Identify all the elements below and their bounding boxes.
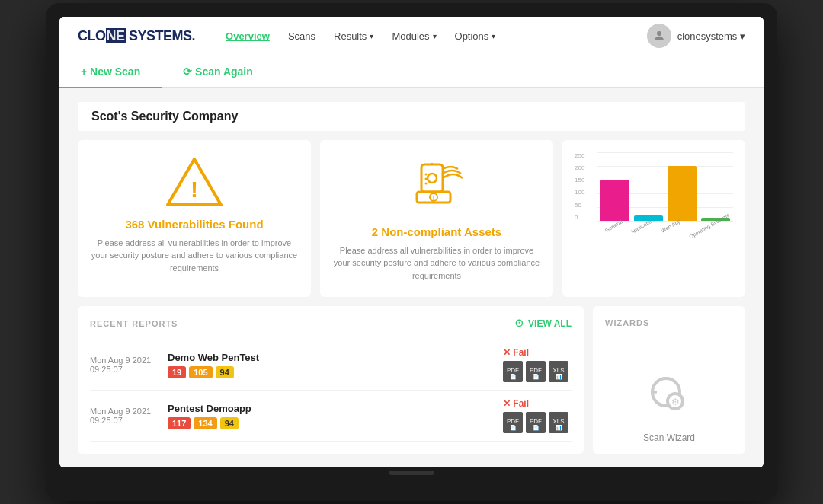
svg-text:⚙: ⚙ [671, 397, 680, 407]
assets-card: ! 2 Non-compliant Assets Please address … [320, 140, 553, 298]
chart-bars [597, 152, 733, 221]
nav-results[interactable]: Results ▾ [334, 30, 373, 42]
y-label-0: 0 [575, 214, 584, 221]
vuln-count: 368 Vulnerabilities Found [125, 218, 263, 231]
nav-options[interactable]: Options ▾ [455, 30, 496, 42]
svg-text:!: ! [433, 196, 434, 201]
svg-point-0 [657, 31, 661, 36]
report-1-date-text: Mon Aug 9 2021 [90, 356, 159, 365]
warning-triangle-icon: ! [164, 155, 225, 209]
nav-modules[interactable]: Modules ▾ [392, 30, 436, 42]
nav-scans[interactable]: Scans [288, 30, 315, 42]
summary-cards: ! 368 Vulnerabilities Found Please addre… [78, 140, 745, 298]
chart-card: 0 50 100 150 200 250 [562, 140, 745, 298]
nav-links: Overview Scans Results ▾ Modules ▾ Optio… [226, 30, 647, 42]
report-2-date: Mon Aug 9 2021 09:25:07 [90, 407, 159, 425]
toolbar: + New Scan ⟳ Scan Again [59, 56, 764, 88]
score-1-orange: 105 [189, 366, 212, 378]
svg-point-12 [516, 321, 522, 327]
scan-again-button[interactable]: ⟳ Scan Again [162, 56, 274, 88]
bar-general [600, 180, 629, 221]
company-name: Scot's Security Company [78, 102, 745, 131]
score-1-yellow: 94 [216, 366, 234, 378]
report-2-name: Pentest Demoapp 117 134 94 [168, 403, 494, 429]
y-label-250: 250 [575, 152, 584, 159]
scan-wizard-label: Scan Wizard [643, 432, 695, 443]
report-row-2: Mon Aug 9 2021 09:25:07 Pentest Demoapp … [90, 391, 572, 442]
report-1-xls-icon[interactable]: XLS 📊 [549, 361, 568, 382]
navigation: CLONE SYSTEMS. Overview Scans Results ▾ … [59, 17, 764, 56]
username: clonesystems ▾ [677, 30, 745, 42]
report-2-time: 09:25:07 [90, 416, 159, 425]
y-label-50: 50 [575, 202, 584, 209]
user-menu[interactable]: clonesystems ▾ [647, 24, 745, 48]
svg-rect-3 [421, 164, 443, 192]
score-2-yellow: 94 [220, 417, 239, 429]
wizards-panel: WIZARDS ⚙ Scan Wizard [593, 306, 745, 454]
report-1-scores: 19 105 94 [168, 366, 494, 378]
report-2-xls-icon[interactable]: XLS 📊 [549, 412, 568, 433]
report-2-icons: PDF 📄 PDF 📄 XLS 📊 [503, 412, 568, 433]
svg-point-4 [428, 174, 437, 183]
report-2-pdf-icon[interactable]: PDF 📄 [503, 412, 523, 433]
view-all-link[interactable]: VIEW ALL [514, 318, 572, 329]
report-1-pdf-icon[interactable]: PDF 📄 [503, 361, 523, 382]
bottom-section: RECENT REPORTS VIEW ALL Mon Aug 9 2021 0… [78, 306, 745, 454]
report-2-date-text: Mon Aug 9 2021 [90, 407, 159, 416]
wizards-header: WIZARDS [605, 318, 733, 327]
svg-point-9 [425, 173, 428, 175]
view-all-label: VIEW ALL [528, 318, 572, 329]
wizard-content: ⚙ Scan Wizard [605, 338, 733, 461]
svg-point-19 [653, 391, 656, 394]
report-2-status: ✕ Fail PDF 📄 PDF 📄 [503, 398, 572, 433]
score-1-red: 19 [168, 366, 186, 378]
bar-general-fill [600, 180, 629, 221]
bar-webapp-fill [668, 166, 697, 221]
new-scan-button[interactable]: + New Scan [59, 56, 162, 88]
report-2-fail: ✕ Fail [503, 398, 529, 409]
y-label-200: 200 [575, 164, 584, 171]
report-1-time: 09:25:07 [90, 365, 159, 374]
assets-icon: ! [406, 155, 467, 216]
bar-webapp [668, 166, 697, 221]
main-content: Scot's Security Company ! 368 Vulnerabil… [59, 88, 764, 468]
score-2-orange: 134 [194, 417, 216, 429]
nav-overview[interactable]: Overview [226, 30, 270, 42]
wizards-title: WIZARDS [605, 318, 649, 327]
report-1-status: ✕ Fail PDF 📄 PDF 📄 [503, 347, 572, 382]
report-1-name: Demo Web PenTest 19 105 94 [168, 352, 494, 378]
avatar [647, 24, 671, 48]
score-2-red: 117 [168, 417, 191, 429]
svg-point-11 [425, 182, 428, 184]
report-2-pdf2-icon[interactable]: PDF 📄 [526, 412, 546, 433]
recent-reports-panel: RECENT REPORTS VIEW ALL Mon Aug 9 2021 0… [78, 306, 584, 454]
reports-header: RECENT REPORTS VIEW ALL [90, 318, 572, 329]
y-label-100: 100 [575, 189, 584, 196]
scan-wizard-icon[interactable]: ⚙ [646, 372, 692, 426]
chart-y-axis: 0 50 100 150 200 250 [575, 152, 584, 221]
y-label-150: 150 [575, 177, 584, 183]
svg-point-10 [425, 177, 428, 180]
report-1-date: Mon Aug 9 2021 09:25:07 [90, 356, 159, 374]
vuln-description: Please address all vulnerabilities in or… [90, 237, 299, 275]
report-2-scores: 117 134 94 [168, 417, 494, 429]
assets-description: Please address all vulnerabilities in or… [332, 244, 541, 282]
svg-text:!: ! [191, 177, 198, 202]
assets-count: 2 Non-compliant Assets [372, 225, 501, 238]
report-1-icons: PDF 📄 PDF 📄 XLS 📊 [503, 361, 568, 382]
report-1-pdf2-icon[interactable]: PDF 📄 [526, 361, 546, 382]
chart-x-labels: General Application Web App Operating Sy… [597, 222, 733, 229]
reports-title: RECENT REPORTS [90, 319, 178, 328]
report-row-1: Mon Aug 9 2021 09:25:07 Demo Web PenTest… [90, 340, 572, 391]
logo: CLONE SYSTEMS. [78, 28, 195, 44]
report-1-fail: ✕ Fail [503, 347, 529, 358]
vulnerabilities-card: ! 368 Vulnerabilities Found Please addre… [78, 140, 311, 298]
